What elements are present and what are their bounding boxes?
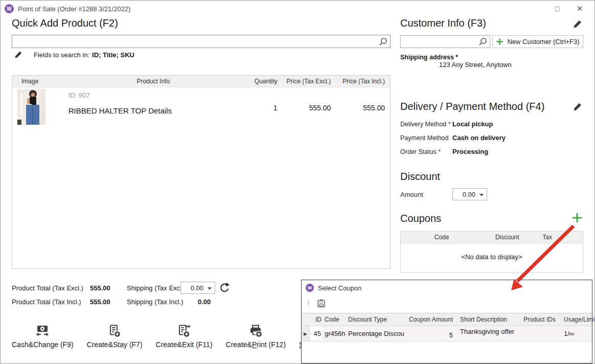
shipping-incl-value: 0.00 [198,298,211,306]
product-table-header: Image Product Info Quantity Price (Tax E… [12,76,390,87]
fields-to-search-value: ID; Title; SKU [92,51,134,59]
create-print-button[interactable]: Create&Print (F12) [226,324,286,349]
preview-clipboard-eye-icon[interactable] [316,299,326,308]
coupon-grid-header: ID Code Discount Type Coupon Amount Shor… [302,313,592,326]
close-button[interactable]: ✕ [571,3,588,15]
product-title[interactable]: RIBBED HALTER TOP Details [68,106,238,115]
quick-add-title: Quick Add Product (F2) [12,17,118,29]
delivery-edit-pencil-icon[interactable] [573,102,582,111]
col-price-excl: Price (Tax Excl.) [282,78,335,85]
product-image [17,89,45,125]
product-total-excl-label: Product Total (Tax Excl.) [12,284,83,292]
create-exit-button[interactable]: Create&Exit (F11) [156,324,213,349]
col-tax: Tax [532,234,563,241]
maximize-button[interactable]: □ [548,3,566,15]
cash-change-label: Cash&Change (F9) [12,340,74,349]
product-total-incl-label: Product Total (Tax Incl.) [12,298,81,306]
shipping-incl-label: Shipping (Tax Incl.) [127,298,184,306]
product-quantity[interactable]: 1 [238,87,282,125]
product-table: Image Product Info Quantity Price (Tax E… [12,75,391,269]
delivery-method-label: Delivery Method * [400,121,451,128]
row-marker-icon: ▶ [302,326,310,341]
discount-amount-dropdown[interactable]: 0.00 [452,188,487,200]
col-coupon-amount: Coupon Amount [405,316,456,323]
window-title: Point of Sale (Order #1288 3/21/2022) [18,5,130,13]
col-id: ID [310,316,323,323]
select-coupon-title: Select Coupon [318,284,361,292]
order-status-label: Order Status * [400,148,441,155]
customer-search-input[interactable] [401,38,478,46]
product-total-excl-value: 555.00 [90,284,110,292]
title-bar: W Point of Sale (Order #1288 3/21/2022) … [1,1,594,17]
kebab-menu-icon[interactable]: ⋮ [305,300,312,307]
shipping-excl-dropdown[interactable]: 0.00 [180,282,215,294]
col-short-description: Short Description [456,316,520,323]
col-product-ids: Product IDs [520,316,556,323]
col-code: Code [401,234,483,241]
dropdown-arrow-icon [208,287,212,290]
cash-change-icon [35,324,50,338]
col-usage-limit: Usage/Limit [556,316,592,323]
create-exit-label: Create&Exit (F11) [156,340,213,349]
order-status-value: Processing [452,148,488,155]
dropdown-arrow-icon [479,194,484,196]
fields-to-search-label: Fields to search in: [34,51,89,59]
shipping-address-label: Shipping address * [400,54,458,61]
product-id: ID: 907 [68,92,238,99]
create-exit-icon [177,324,191,338]
coupon-code[interactable]: gr456h [323,330,348,337]
refresh-icon[interactable] [219,282,230,293]
shipping-excl-value: 0.00 [191,284,203,292]
shipping-excl-label: Shipping (Tax Excl.) [127,284,186,292]
shipping-address-value: 123 Any Street, Anytown [439,61,512,69]
create-stay-icon [107,324,122,338]
coupon-row[interactable]: ▶ 45 gr456h Percentage Discou 5 Thanksgi… [302,326,592,342]
cash-change-button[interactable]: Cash&Change (F9) [12,324,74,349]
col-price-incl: Price (Tax Incl.) [335,78,390,85]
app-logo-icon: W [5,4,14,13]
customer-info-title: Customer Info (F3) [400,17,486,29]
discount-title: Discount [400,171,440,183]
coupon-amount[interactable]: 5 [405,331,456,339]
table-row[interactable]: ID: 907 RIBBED HALTER TOP Details 1 555.… [12,87,390,125]
edit-pencil-icon[interactable] [14,51,22,59]
coupon-usage-limit[interactable]: 1/∞ [556,330,592,337]
col-code: Code [323,316,348,323]
coupons-title: Coupons [400,213,441,224]
new-customer-button[interactable]: New Customer (Ctrl+F3) [492,35,583,48]
add-coupon-plus-icon[interactable] [572,213,582,223]
plus-icon [496,38,504,46]
coupons-table-header: Code Discount Tax [401,232,583,243]
customer-edit-pencil-icon[interactable] [573,19,582,29]
delivery-payment-title: Delivery / Payment Method (F4) [400,101,544,112]
discount-amount-value: 0.00 [463,191,475,198]
coupon-grid: ID Code Discount Type Coupon Amount Shor… [302,313,592,342]
customer-search-box[interactable] [400,35,490,48]
new-customer-label: New Customer (Ctrl+F3) [507,38,579,46]
app-logo-icon: W [306,284,314,292]
coupon-id[interactable]: 45 [310,326,323,341]
coupon-discount-type[interactable]: Percentage Discou [348,330,405,337]
delivery-method-value: Local pickup [452,120,493,128]
pos-window: W Point of Sale (Order #1288 3/21/2022) … [0,0,595,364]
product-search-input[interactable] [12,38,379,46]
product-total-incl-value: 555.00 [90,298,110,306]
product-price-incl: 555.00 [335,87,390,125]
col-discount-type: Discount Type [348,316,405,323]
select-coupon-toolbar: ⋮ [302,295,592,311]
product-search-box[interactable] [12,35,391,48]
coupon-short-description[interactable]: Thanksgiving offer [456,328,520,335]
search-icon [379,37,387,46]
no-data-message: <No data to display> [401,243,583,270]
discount-amount-label: Amount [400,191,423,198]
create-stay-button[interactable]: Create&Stay (F7) [87,324,143,349]
create-stay-label: Create&Stay (F7) [87,340,143,349]
product-price-excl: 555.00 [282,87,335,125]
payment-method-value: Cash on delivery [452,134,506,142]
col-image: Image [12,78,68,85]
col-product-info: Product Info [68,78,238,85]
create-print-label: Create&Print (F12) [226,340,286,349]
search-icon [478,37,487,46]
select-coupon-dialog: W Select Coupon ⋮ ID Code Discount Type … [301,280,592,363]
col-discount: Discount [483,234,532,241]
